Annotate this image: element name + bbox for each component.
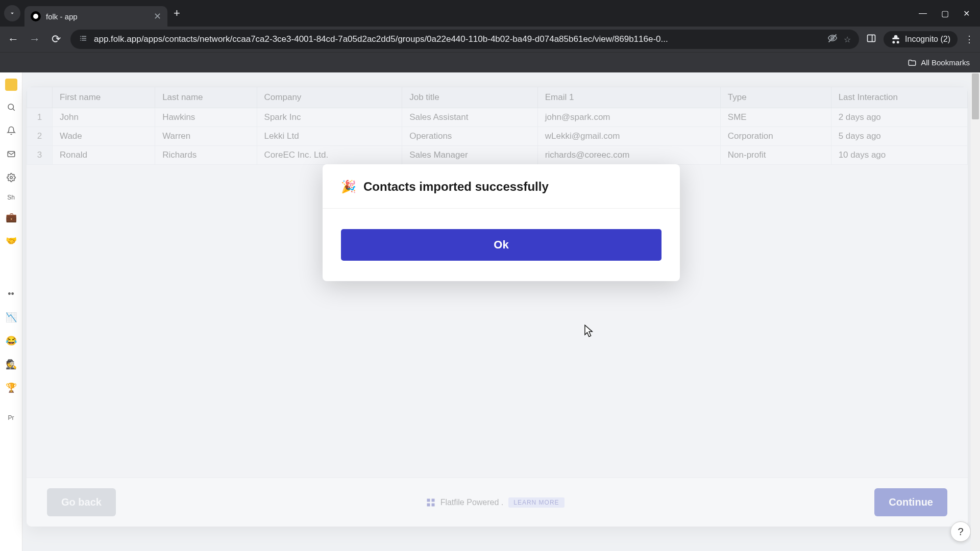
svg-rect-8 (431, 498, 434, 502)
help-button[interactable]: ? (950, 521, 971, 542)
vertical-scrollbar[interactable] (971, 72, 980, 551)
cell-email[interactable]: richards@coreec.com (537, 146, 720, 165)
table-row[interactable]: 3 Ronald Richards CoreEC Inc. Ltd. Sales… (27, 146, 968, 165)
cell-type[interactable]: Corporation (720, 127, 831, 146)
header-job-title[interactable]: Job title (402, 87, 538, 108)
address-bar[interactable]: app.folk.app/apps/contacts/network/ccaa7… (70, 30, 859, 49)
more-icon[interactable]: •• (4, 287, 18, 301)
cell-last-name[interactable]: Warren (155, 127, 257, 146)
import-footer: Go back Flatfile Powered . LEARN MORE Co… (27, 478, 968, 527)
cell-job-title[interactable]: Operations (402, 127, 538, 146)
powered-label: Flatfile Powered . (440, 498, 504, 507)
powered-by: Flatfile Powered . LEARN MORE (426, 497, 565, 508)
emoji-briefcase-icon[interactable]: 💼 (4, 210, 18, 224)
close-window-icon[interactable]: ✕ (963, 9, 970, 18)
svg-rect-7 (427, 498, 430, 502)
header-type[interactable]: Type (720, 87, 831, 108)
table-row[interactable]: 1 John Hawkins Spark Inc Sales Assistant… (27, 108, 968, 127)
emoji-handshake-icon[interactable]: 🤝 (4, 234, 18, 248)
eye-off-icon[interactable] (827, 33, 838, 45)
header-rownum (27, 87, 53, 108)
emoji-chart-icon[interactable]: 📉 (4, 310, 18, 324)
header-first-name[interactable]: First name (53, 87, 155, 108)
cell-first-name[interactable]: John (53, 108, 155, 127)
new-tab-button[interactable]: + (174, 7, 180, 20)
cell-last-name[interactable]: Hawkins (155, 108, 257, 127)
all-bookmarks-button[interactable]: All Bookmarks (908, 58, 970, 67)
import-table-area: First name Last name Company Job title E… (27, 87, 968, 478)
emoji-detective-icon[interactable]: 🕵️ (4, 357, 18, 371)
emoji-trophy-icon[interactable]: 🏆 (4, 381, 18, 395)
header-company[interactable]: Company (257, 87, 402, 108)
row-number: 1 (27, 108, 53, 127)
import-panel: First name Last name Company Job title E… (27, 87, 968, 527)
tab-title: folk - app (46, 12, 149, 21)
forward-button[interactable]: → (28, 33, 42, 46)
header-last-name[interactable]: Last name (155, 87, 257, 108)
party-popper-icon: 🎉 (341, 180, 356, 194)
tab-favicon-icon (31, 11, 41, 21)
cell-job-title[interactable]: Sales Manager (402, 146, 538, 165)
tab-search-dropdown[interactable] (4, 5, 20, 21)
window-controls: — ▢ ✕ (919, 9, 976, 18)
app-sidebar: Sh 💼 🤝 •• 📉 😂 🕵️ 🏆 Pr (0, 72, 22, 551)
header-email-1[interactable]: Email 1 (537, 87, 720, 108)
side-panel-icon[interactable] (866, 33, 876, 46)
continue-button[interactable]: Continue (874, 488, 947, 516)
close-tab-icon[interactable]: ✕ (154, 11, 161, 22)
menu-icon[interactable]: ⋮ (965, 34, 974, 45)
ok-button[interactable]: Ok (341, 229, 662, 261)
url-text: app.folk.app/apps/contacts/network/ccaa7… (94, 34, 821, 44)
minimize-icon[interactable]: — (919, 9, 927, 18)
site-settings-icon[interactable] (79, 34, 88, 45)
header-last-interaction[interactable]: Last Interaction (831, 87, 967, 108)
cell-job-title[interactable]: Sales Assistant (402, 108, 538, 127)
cell-last-interaction[interactable]: 2 days ago (831, 108, 967, 127)
cell-company[interactable]: CoreEC Inc. Ltd. (257, 146, 402, 165)
learn-more-badge[interactable]: LEARN MORE (508, 497, 564, 508)
cell-last-interaction[interactable]: 5 days ago (831, 127, 967, 146)
contacts-table: First name Last name Company Job title E… (27, 87, 968, 165)
scrollbar-thumb[interactable] (972, 73, 979, 119)
cell-type[interactable]: Non-profit (720, 146, 831, 165)
notifications-icon[interactable] (4, 123, 18, 138)
cell-email[interactable]: wLekki@gmail.com (537, 127, 720, 146)
cell-first-name[interactable]: Ronald (53, 146, 155, 165)
back-button[interactable]: ← (6, 33, 20, 46)
mail-icon[interactable] (4, 147, 18, 161)
settings-icon[interactable] (4, 170, 18, 185)
row-number: 3 (27, 146, 53, 165)
svg-line-4 (13, 109, 15, 111)
svg-point-6 (10, 177, 12, 179)
cell-company[interactable]: Spark Inc (257, 108, 402, 127)
row-number: 2 (27, 127, 53, 146)
maximize-icon[interactable]: ▢ (941, 9, 949, 18)
cell-email[interactable]: john@spark.com (537, 108, 720, 127)
go-back-button[interactable]: Go back (47, 488, 116, 516)
cell-last-interaction[interactable]: 10 days ago (831, 146, 967, 165)
success-header: 🎉 Contacts imported successfully (323, 164, 680, 209)
cell-type[interactable]: SME (720, 108, 831, 127)
bookmark-star-icon[interactable]: ☆ (844, 35, 851, 44)
search-icon[interactable] (4, 100, 18, 114)
private-section-label: Pr (8, 414, 14, 421)
workspace-icon[interactable] (5, 79, 17, 91)
emoji-laugh-icon[interactable]: 😂 (4, 334, 18, 348)
svg-rect-9 (427, 503, 430, 506)
cell-first-name[interactable]: Wade (53, 127, 155, 146)
all-bookmarks-label: All Bookmarks (921, 58, 970, 67)
incognito-indicator[interactable]: Incognito (2) (884, 31, 958, 47)
browser-tab[interactable]: folk - app ✕ (24, 6, 167, 27)
svg-rect-1 (868, 35, 875, 41)
success-title: Contacts imported successfully (363, 180, 549, 194)
reload-button[interactable]: ⟳ (49, 33, 63, 46)
success-modal: 🎉 Contacts imported successfully Ok (323, 164, 680, 281)
success-body: Ok (323, 209, 680, 281)
browser-toolbar: ← → ⟳ app.folk.app/apps/contacts/network… (0, 27, 980, 52)
app-container: Sh 💼 🤝 •• 📉 😂 🕵️ 🏆 Pr First name Last na… (0, 72, 980, 551)
cell-last-name[interactable]: Richards (155, 146, 257, 165)
main-panel: First name Last name Company Job title E… (22, 72, 980, 551)
table-row[interactable]: 2 Wade Warren Lekki Ltd Operations wLekk… (27, 127, 968, 146)
flatfile-logo-icon (426, 498, 435, 507)
cell-company[interactable]: Lekki Ltd (257, 127, 402, 146)
